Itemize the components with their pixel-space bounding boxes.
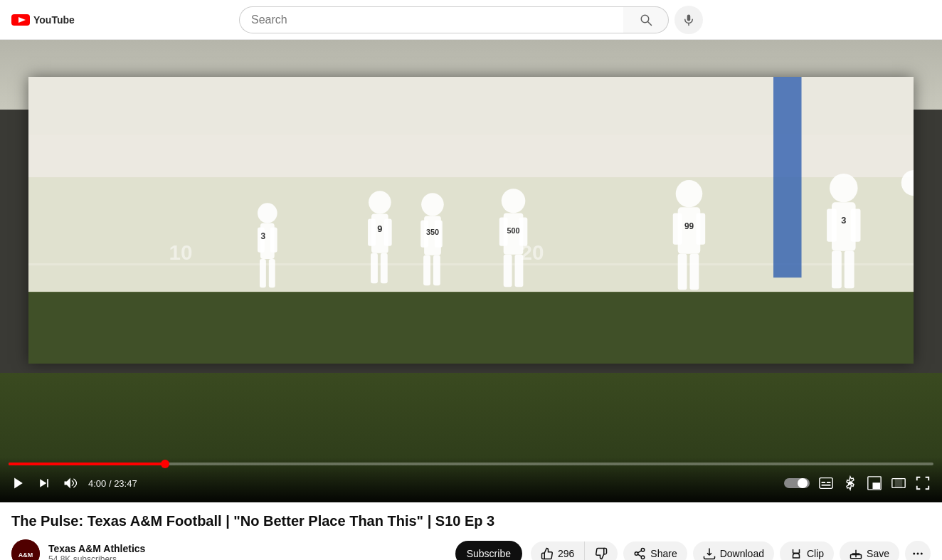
progress-dot bbox=[161, 460, 169, 468]
subscribe-button[interactable]: Subscribe bbox=[455, 541, 522, 560]
svg-point-79 bbox=[642, 556, 645, 559]
search-input[interactable] bbox=[239, 6, 623, 33]
search-button[interactable] bbox=[623, 6, 669, 33]
settings-button[interactable] bbox=[840, 472, 861, 494]
subtitles-button[interactable] bbox=[815, 472, 837, 494]
video-scene: 3 9 bbox=[0, 40, 942, 502]
svg-point-49 bbox=[830, 174, 858, 202]
svg-rect-62 bbox=[47, 479, 48, 487]
svg-rect-39 bbox=[503, 255, 512, 287]
like-dislike-group: 296 bbox=[531, 541, 618, 560]
miniplayer-button[interactable] bbox=[864, 472, 885, 494]
channel-name[interactable]: Texas A&M Athletics bbox=[48, 543, 447, 554]
voice-search-button[interactable] bbox=[674, 6, 703, 34]
svg-point-42 bbox=[675, 180, 702, 207]
share-icon bbox=[633, 547, 646, 560]
svg-rect-32 bbox=[423, 255, 430, 285]
svg-text:YouTube: YouTube bbox=[33, 14, 75, 26]
svg-line-81 bbox=[638, 551, 642, 553]
svg-text:10: 10 bbox=[169, 241, 192, 264]
autoplay-toggle[interactable] bbox=[781, 473, 813, 493]
thumbs-up-icon bbox=[541, 547, 554, 560]
svg-text:350: 350 bbox=[426, 228, 439, 236]
share-button[interactable]: Share bbox=[623, 541, 687, 560]
svg-rect-13 bbox=[773, 77, 802, 278]
svg-point-35 bbox=[501, 189, 525, 213]
svg-text:3: 3 bbox=[260, 231, 265, 241]
skip-next-button[interactable] bbox=[34, 473, 54, 493]
svg-rect-5 bbox=[687, 14, 691, 21]
more-icon bbox=[911, 547, 924, 560]
svg-point-65 bbox=[798, 478, 808, 488]
svg-rect-59 bbox=[28, 292, 914, 364]
actions-row: 296 bbox=[531, 541, 931, 560]
svg-rect-19 bbox=[269, 259, 275, 287]
svg-rect-53 bbox=[832, 251, 842, 288]
svg-rect-33 bbox=[433, 255, 440, 285]
svg-rect-23 bbox=[368, 218, 376, 245]
channel-avatar[interactable]: A&M bbox=[11, 539, 40, 560]
svg-rect-69 bbox=[822, 485, 831, 486]
svg-marker-63 bbox=[65, 478, 70, 489]
controls-row: 4:00 / 23:47 bbox=[9, 472, 933, 494]
save-label: Save bbox=[867, 548, 889, 559]
youtube-logo[interactable]: YouTube bbox=[11, 13, 75, 27]
below-video: The Pulse: Texas A&M Football | "No Bett… bbox=[0, 502, 942, 560]
svg-point-28 bbox=[421, 193, 444, 216]
svg-text:3: 3 bbox=[841, 214, 846, 225]
svg-rect-52 bbox=[850, 208, 860, 241]
svg-line-4 bbox=[647, 21, 651, 25]
svg-point-78 bbox=[635, 552, 639, 556]
share-label: Share bbox=[650, 548, 677, 559]
tamu-logo: A&M bbox=[11, 539, 40, 560]
svg-text:20: 20 bbox=[520, 241, 544, 264]
svg-rect-72 bbox=[873, 483, 879, 488]
header: YouTube bbox=[0, 0, 942, 40]
thumbs-down-icon bbox=[595, 547, 608, 560]
search-form bbox=[239, 6, 669, 33]
play-icon bbox=[11, 476, 26, 490]
svg-text:500: 500 bbox=[507, 226, 519, 235]
search-area bbox=[239, 6, 703, 34]
like-button[interactable]: 296 bbox=[531, 541, 585, 560]
svg-rect-26 bbox=[381, 253, 388, 283]
svg-text:A&M: A&M bbox=[18, 551, 33, 559]
projection-screen: 3 9 bbox=[28, 77, 914, 364]
svg-rect-25 bbox=[371, 253, 378, 283]
save-button[interactable]: Save bbox=[840, 541, 899, 560]
volume-button[interactable] bbox=[60, 473, 80, 493]
svg-line-80 bbox=[638, 554, 642, 556]
clip-button[interactable]: Clip bbox=[780, 541, 834, 560]
svg-point-87 bbox=[917, 553, 919, 555]
dislike-button[interactable] bbox=[585, 541, 618, 560]
autoplay-icon bbox=[784, 476, 810, 490]
mic-icon bbox=[682, 14, 695, 26]
logo-area: YouTube bbox=[11, 13, 75, 27]
settings-icon bbox=[842, 475, 858, 491]
svg-rect-54 bbox=[844, 251, 854, 288]
time-display: 4:00 / 23:47 bbox=[88, 478, 137, 489]
progress-bar[interactable] bbox=[9, 463, 933, 465]
channel-row: A&M Texas A&M Athletics 54.8K subscriber… bbox=[11, 539, 931, 560]
svg-marker-60 bbox=[14, 478, 23, 489]
download-button[interactable]: Download bbox=[693, 541, 774, 560]
progress-played bbox=[9, 463, 165, 465]
svg-rect-67 bbox=[822, 482, 826, 483]
channel-info: Texas A&M Athletics 54.8K subscribers bbox=[48, 543, 447, 560]
svg-marker-61 bbox=[40, 479, 46, 487]
play-button[interactable] bbox=[9, 473, 28, 493]
main-content: 3 9 bbox=[0, 40, 942, 560]
svg-point-86 bbox=[913, 553, 915, 555]
more-options-button[interactable] bbox=[905, 541, 931, 560]
video-controls: 4:00 / 23:47 bbox=[0, 457, 942, 502]
clip-label: Clip bbox=[807, 548, 824, 559]
volume-icon bbox=[63, 476, 77, 490]
theater-button[interactable] bbox=[888, 472, 909, 494]
fullscreen-button[interactable] bbox=[912, 472, 933, 494]
svg-point-77 bbox=[642, 549, 645, 552]
svg-text:99: 99 bbox=[684, 221, 694, 231]
video-player[interactable]: 3 9 bbox=[0, 40, 942, 502]
video-title: The Pulse: Texas A&M Football | "No Bett… bbox=[11, 511, 931, 531]
download-icon bbox=[703, 547, 716, 560]
svg-rect-46 bbox=[677, 254, 687, 290]
